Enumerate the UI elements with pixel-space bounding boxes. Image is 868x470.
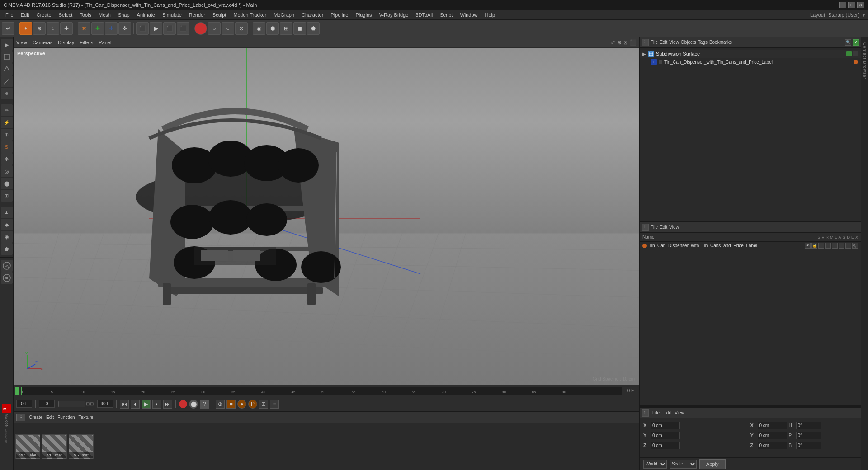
so-cursor-icon[interactable]: ↖ xyxy=(852,243,858,249)
sidebar-bridge-icon[interactable]: ⊞ xyxy=(1,190,13,202)
frame-scrub-bar[interactable] xyxy=(58,401,85,407)
go-end-button[interactable]: ⏭ xyxy=(163,400,172,409)
h-input[interactable] xyxy=(796,422,821,429)
xray-button[interactable]: ⊞ xyxy=(280,22,292,35)
keyframe-button[interactable]: ⬤ xyxy=(189,400,198,409)
anim-extra-6[interactable]: ≡ xyxy=(270,400,279,409)
sidebar-pen-icon[interactable]: ✏ xyxy=(1,104,13,116)
menu-motion-tracker[interactable]: Motion Tracker xyxy=(230,11,270,19)
sidebar-fill-icon[interactable]: ⬤ xyxy=(1,178,13,189)
close-button[interactable]: ✕ xyxy=(857,2,864,8)
sidebar-extrude-icon[interactable]: ⊕ xyxy=(1,129,13,141)
render-view-button[interactable]: ⬛ xyxy=(136,22,149,35)
z-axis-button[interactable]: ✛ xyxy=(105,22,118,35)
timeline-track[interactable]: 0 5 10 15 20 25 30 35 40 45 50 55 60 65 … xyxy=(21,387,622,395)
sidebar-camera-icon[interactable]: ▲ xyxy=(1,207,13,218)
so-eye-icon[interactable]: 👁 xyxy=(805,243,811,249)
vt-icon-1[interactable]: ⤢ xyxy=(611,39,615,46)
y-pos-input[interactable] xyxy=(651,432,680,439)
menu-mograph[interactable]: MoGraph xyxy=(270,11,298,19)
anim-extra-3[interactable]: ● xyxy=(237,400,246,409)
so-edit[interactable]: Edit xyxy=(660,225,667,230)
om-objects[interactable]: Objects xyxy=(681,40,696,45)
snap2-button[interactable]: ○ xyxy=(222,22,234,35)
minimize-button[interactable]: ─ xyxy=(839,2,846,8)
next-frame-button[interactable]: ⏵ xyxy=(152,400,161,409)
transform-mode-select[interactable]: Scale Rotation xyxy=(670,460,697,469)
viewport[interactable]: Perspective Grid Spacing : 10 cm X Y Z xyxy=(14,48,639,385)
transform-button[interactable]: ✚ xyxy=(60,22,73,35)
sidebar-stamp-icon[interactable]: ❋ xyxy=(1,153,13,165)
sidebar-constraint-icon[interactable]: ◉ xyxy=(1,231,13,243)
so-icon-5[interactable] xyxy=(832,243,838,249)
snap-button[interactable]: ○ xyxy=(208,22,221,35)
so-icon-6[interactable] xyxy=(839,243,844,249)
maximize-button[interactable]: □ xyxy=(848,2,855,8)
so-file[interactable]: File xyxy=(651,225,658,230)
sidebar-spline-icon[interactable]: S xyxy=(1,141,13,153)
anim-extra-5[interactable]: ⊞ xyxy=(259,400,268,409)
material-swatch-3[interactable]: VR_mat xyxy=(69,434,94,459)
record-button[interactable] xyxy=(179,400,187,408)
sidebar-object-icon[interactable] xyxy=(1,51,13,63)
menu-help[interactable]: Help xyxy=(481,11,499,19)
sidebar-select-icon[interactable]: ▶ xyxy=(1,39,13,51)
render-to-po-button[interactable]: ⬛ xyxy=(177,22,189,35)
contact-browser-tab[interactable]: Contact Browser xyxy=(862,39,868,83)
menu-plugins[interactable]: Plugins xyxy=(352,11,375,19)
x-pos-input[interactable] xyxy=(651,422,680,429)
sidebar-edge-icon[interactable] xyxy=(1,75,13,87)
p-input[interactable] xyxy=(796,432,821,439)
menu-pipeline[interactable]: Pipeline xyxy=(327,11,352,19)
scene-obj-tin-can[interactable]: Tin_Can_Dispenser_with_Tin_Cans_and_Pric… xyxy=(640,242,861,249)
go-start-button[interactable]: ⏮ xyxy=(120,400,129,409)
rotate-tool-button[interactable]: ↕ xyxy=(47,22,59,35)
prev-frame-button[interactable]: ⏴ xyxy=(131,400,140,409)
om-check-icon[interactable]: ✓ xyxy=(853,39,859,46)
menu-file[interactable]: File xyxy=(2,11,17,19)
timeline-ruler[interactable]: 0 5 10 15 20 25 30 35 40 45 50 55 60 65 … xyxy=(14,385,639,396)
b-input[interactable] xyxy=(796,442,821,449)
so-grip[interactable]: ⠿ xyxy=(642,224,649,231)
x-rot-input[interactable] xyxy=(758,422,787,429)
sidebar-loop-icon[interactable]: ◎ xyxy=(1,165,13,177)
anim-extra-2[interactable]: ■ xyxy=(226,400,236,409)
vt-icon-2[interactable]: ⊕ xyxy=(617,39,622,46)
y-axis-button[interactable]: ✚ xyxy=(91,22,104,35)
z-rot-input[interactable] xyxy=(758,442,787,449)
attr-grip[interactable]: ⠿ xyxy=(642,409,649,417)
om-grip[interactable]: ⠿ xyxy=(642,39,649,46)
om-bookmarks[interactable]: Bookmarks xyxy=(709,40,732,45)
om-tags[interactable]: Tags xyxy=(698,40,708,45)
sidebar-deformer-icon[interactable]: ⬟ xyxy=(1,243,13,255)
apply-button[interactable]: Apply xyxy=(699,459,726,469)
vt-icon-3[interactable]: ⊠ xyxy=(623,39,628,46)
obj-subdivision-surface[interactable]: ▶ Subdivision Surface xyxy=(640,50,861,58)
undo-button[interactable]: ↩ xyxy=(2,22,14,35)
om-view[interactable]: View xyxy=(669,40,679,45)
menu-select[interactable]: Select xyxy=(55,11,76,19)
menu-snap[interactable]: Snap xyxy=(114,11,133,19)
y-rot-input[interactable] xyxy=(758,432,787,439)
subdiv-expand-icon[interactable]: ▶ xyxy=(642,52,646,56)
so-view[interactable]: View xyxy=(669,225,679,230)
attr-edit[interactable]: Edit xyxy=(663,410,671,415)
scale-tool-button[interactable]: ⊕ xyxy=(33,22,46,35)
play-button[interactable]: ▶ xyxy=(142,400,151,409)
menu-tools[interactable]: Tools xyxy=(76,11,95,19)
x-axis-button[interactable]: ✖ xyxy=(78,22,90,35)
mat-create[interactable]: Create xyxy=(29,415,42,420)
snap3-button[interactable]: ⊙ xyxy=(235,22,248,35)
vt-panel[interactable]: Panel xyxy=(99,40,111,45)
render-button[interactable]: ▶ xyxy=(150,22,162,35)
mat-edit[interactable]: Edit xyxy=(46,415,54,420)
record-button[interactable] xyxy=(194,22,207,35)
om-edit[interactable]: Edit xyxy=(660,40,667,45)
menu-simulate[interactable]: Simulate xyxy=(159,11,185,19)
menu-vray-bridge[interactable]: V-Ray Bridge xyxy=(376,11,412,19)
sidebar-py-icon[interactable]: Py xyxy=(1,260,13,272)
render-settings-button[interactable]: ⬛ xyxy=(163,22,176,35)
so-lock-icon[interactable]: 🔒 xyxy=(811,243,817,249)
menu-create[interactable]: Create xyxy=(33,11,55,19)
mat-texture[interactable]: Texture xyxy=(79,415,94,420)
